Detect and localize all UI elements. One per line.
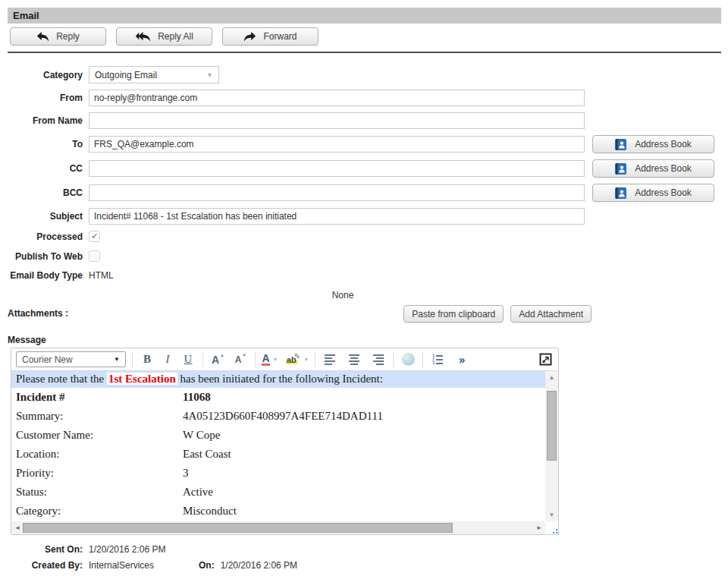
toolbar-separator <box>132 352 133 367</box>
scroll-up-icon[interactable]: ▲ <box>545 374 558 381</box>
category-value: Outgoing Email <box>95 70 157 80</box>
resize-grip-icon[interactable] <box>550 526 557 534</box>
reply-button[interactable]: Reply <box>10 27 106 46</box>
message-intro-line: Please note that the 1st Escalation has … <box>11 371 545 388</box>
from-label: From <box>8 93 89 103</box>
reply-all-button-label: Reply All <box>158 31 193 42</box>
created-by-label: Created By: <box>8 560 89 571</box>
publish-to-web-checkbox[interactable] <box>89 250 100 262</box>
message-row: Incident #11068 <box>11 388 545 407</box>
page-title-bar: Email <box>8 8 721 24</box>
chevron-down-icon: ▼ <box>206 71 213 79</box>
created-by-value: InternalServices <box>89 560 199 571</box>
toolbar-separator <box>202 352 203 367</box>
attachments-section: None Attachments : Paste from clipboard … <box>8 290 721 323</box>
toolbar-separator <box>255 352 256 367</box>
italic-button[interactable]: I <box>159 351 176 368</box>
cc-address-book-button[interactable]: Address Book <box>592 159 714 178</box>
increase-font-size-button[interactable]: A▲ <box>209 351 226 368</box>
vertical-scroll-thumb[interactable] <box>547 391 557 461</box>
scroll-left-icon[interactable]: ◄ <box>14 524 20 531</box>
address-book-label: Address Book <box>635 139 692 150</box>
paste-from-clipboard-label: Paste from clipboard <box>412 309 495 319</box>
message-label: Message <box>8 335 721 345</box>
add-attachment-button[interactable]: Add Attachment <box>510 305 592 323</box>
align-center-button[interactable] <box>346 351 362 368</box>
fullscreen-icon <box>539 353 552 366</box>
decrease-font-size-button[interactable]: A▼ <box>232 351 249 368</box>
from-input[interactable] <box>89 90 585 106</box>
reply-all-arrow-icon <box>135 31 151 42</box>
bcc-input[interactable] <box>89 184 585 201</box>
globe-link-icon <box>402 353 415 366</box>
editor-content-area: Please note that the 1st Escalation has … <box>11 371 558 534</box>
cc-input[interactable] <box>89 160 585 177</box>
vertical-scrollbar[interactable]: ▲ ▼ <box>545 371 558 521</box>
email-action-toolbar: Reply Reply All Forward <box>10 27 721 46</box>
message-row: Customer Name:W Cope <box>11 426 545 445</box>
page-title: Email <box>13 10 39 21</box>
align-left-button[interactable] <box>322 351 338 368</box>
numbered-list-button[interactable]: 123 <box>429 351 446 368</box>
category-select[interactable]: Outgoing Email ▼ <box>89 66 219 83</box>
attachments-label: Attachments : <box>8 303 68 319</box>
toolbar-separator <box>393 352 394 367</box>
insert-link-button[interactable] <box>400 351 416 368</box>
toolbar-divider <box>8 52 721 53</box>
to-input[interactable] <box>89 136 585 153</box>
processed-checkbox[interactable]: ✔ <box>89 231 100 242</box>
message-body[interactable]: Please note that the 1st Escalation has … <box>11 371 545 521</box>
underline-button[interactable]: U <box>180 351 196 368</box>
to-address-book-button[interactable]: Address Book <box>592 135 714 153</box>
escalation-highlight: 1st Escalation <box>107 373 177 385</box>
more-tools-button[interactable]: » <box>453 351 470 368</box>
chevron-down-icon: ▼ <box>273 357 278 362</box>
bcc-address-book-button[interactable]: Address Book <box>592 184 714 202</box>
align-center-icon <box>349 354 360 365</box>
toolbar-separator <box>422 352 423 367</box>
pen-icon: ✎ <box>294 352 300 360</box>
from-name-input[interactable] <box>89 112 585 129</box>
add-attachment-label: Add Attachment <box>519 309 583 319</box>
scroll-right-icon[interactable]: ► <box>536 524 542 531</box>
horizontal-scroll-thumb[interactable] <box>23 523 453 533</box>
forward-button[interactable]: Forward <box>222 27 318 46</box>
highlight-color-button[interactable]: ab✎▼ <box>286 351 309 368</box>
paste-from-clipboard-button[interactable]: Paste from clipboard <box>403 305 504 323</box>
toolbar-separator <box>315 352 315 367</box>
subject-label: Subject <box>8 211 89 222</box>
align-right-button[interactable] <box>370 351 387 368</box>
email-body-type-label: Email Body Type <box>8 270 89 281</box>
cc-label: CC <box>8 163 89 174</box>
forward-button-label: Forward <box>263 31 297 42</box>
message-row: Status:Active <box>11 483 545 502</box>
message-editor: Courier New ▼ B I U A▲ A▼ A▼ ab✎▼ <box>11 348 559 535</box>
bold-button[interactable]: B <box>139 351 155 368</box>
publish-to-web-label: Publish To Web <box>8 251 89 262</box>
address-book-label: Address Book <box>635 187 692 198</box>
subject-input[interactable] <box>89 208 585 225</box>
caret-down-icon: ▼ <box>242 353 246 357</box>
caret-up-icon: ▲ <box>220 353 224 357</box>
chevron-down-icon: ▼ <box>114 356 120 363</box>
message-row: Summary:4A05123D660F408997A4FEE714DAD111 <box>11 407 545 426</box>
fullscreen-button[interactable] <box>537 351 554 368</box>
forward-arrow-icon <box>243 31 256 42</box>
email-form: Category Outgoing Email ▼ From From Name… <box>8 66 721 576</box>
font-family-select[interactable]: Courier New ▼ <box>16 351 126 367</box>
reply-all-button[interactable]: Reply All <box>116 27 212 46</box>
scroll-down-icon[interactable]: ▼ <box>545 511 558 518</box>
category-label: Category <box>8 70 89 80</box>
font-color-button[interactable]: A▼ <box>262 351 278 368</box>
message-row: Category:Misconduct <box>11 502 545 521</box>
horizontal-scrollbar[interactable]: ◄ ► <box>11 521 545 534</box>
align-left-icon <box>325 354 336 365</box>
address-book-label: Address Book <box>635 163 692 174</box>
address-book-icon <box>615 163 626 175</box>
attachments-none-text: None <box>95 290 591 301</box>
email-body-type-value: HTML <box>89 270 114 281</box>
created-on-label: On: <box>199 560 215 571</box>
processed-label: Processed <box>8 231 89 242</box>
to-label: To <box>8 139 89 150</box>
reply-arrow-icon <box>36 31 49 42</box>
